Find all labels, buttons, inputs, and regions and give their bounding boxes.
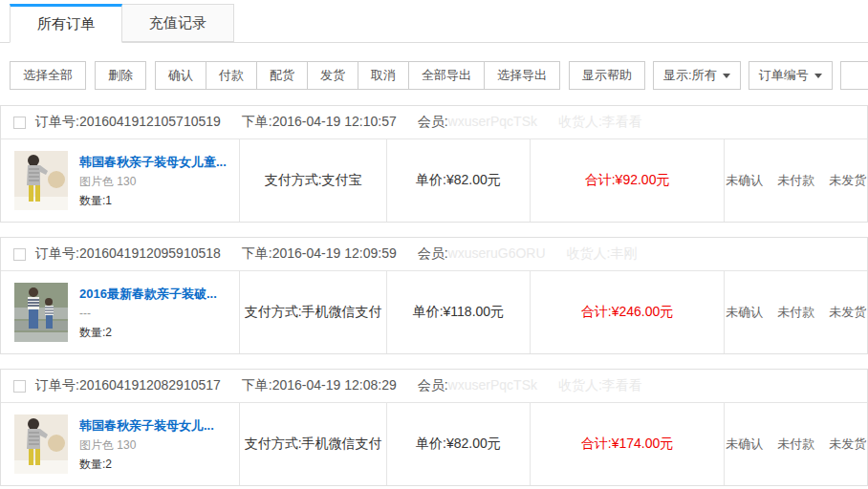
status-unconfirmed: 未确认 (726, 436, 763, 453)
status-cell: 未确认 未付款 未发货 (724, 139, 867, 222)
status-cell: 未确认 未付款 未发货 (724, 403, 867, 485)
order-management-page: 所有订单 充值记录 选择全部 删除 确认 付款 配货 发货 取消 全部导出 选择… (0, 0, 868, 489)
order-body: 韩国春秋亲子装母女儿童... 图片色 130 数量:1 支付方式:支付宝 单价:… (1, 138, 867, 222)
toolbar-right: 显示:所有 订单编号 (645, 61, 868, 90)
product-variant: --- (79, 308, 217, 319)
status-unconfirmed: 未确认 (726, 304, 763, 321)
status-unpaid: 未付款 (777, 172, 814, 189)
total-cell: 合计:¥174.00元 (530, 403, 725, 485)
product-info: 韩国春秋亲子装母女儿... 图片色 130 数量:2 (79, 419, 214, 470)
order-checkbox[interactable] (13, 380, 26, 393)
order-header: 订单号:2016041912105710519 下单:2016-04-19 12… (1, 106, 867, 138)
product-info: 2016最新春款亲子装破... --- 数量:2 (79, 287, 217, 338)
product-title-link[interactable]: 韩国春秋亲子装母女儿... (79, 419, 214, 432)
order-number: 订单号:2016041912105710519 (35, 114, 221, 131)
tab-all-orders[interactable]: 所有订单 (10, 4, 122, 43)
export-selected-button[interactable]: 选择导出 (484, 61, 560, 90)
product-info: 韩国春秋亲子装母女儿童... 图片色 130 数量:1 (79, 156, 227, 206)
product-cell: 韩国春秋亲子装母女儿童... 图片色 130 数量:1 (1, 139, 239, 222)
order-body: 2016最新春款亲子装破... --- 数量:2 支付方式:手机微信支付 单价:… (1, 270, 867, 353)
tab-all-orders-label: 所有订单 (37, 15, 95, 33)
status-cell: 未确认 未付款 未发货 (724, 271, 867, 353)
order-member: 会员:wxuserPqcTSk (418, 114, 537, 131)
product-title-link[interactable]: 2016最新春款亲子装破... (79, 287, 217, 300)
order-row: 订单号:2016041912105710519 下单:2016-04-19 12… (0, 105, 868, 223)
order-time: 下单:2016-04-19 12:09:59 (242, 245, 397, 263)
status-unshipped: 未发货 (829, 172, 866, 189)
status-unpaid: 未付款 (777, 436, 814, 453)
order-no-filter-label: 订单编号 (759, 67, 809, 84)
status-unpaid: 未付款 (777, 304, 814, 321)
order-recipient: 收货人:丰刚 (567, 245, 638, 263)
product-image[interactable] (14, 283, 68, 342)
unit-price-cell: 单价:¥82.00元 (386, 139, 529, 222)
payment-method-cell: 支付方式:手机微信支付 (239, 403, 386, 485)
order-no-filter-dropdown[interactable]: 订单编号 (749, 61, 833, 90)
pay-button[interactable]: 付款 (206, 61, 257, 90)
order-recipient: 收货人:李看看 (558, 114, 642, 131)
total-cell: 合计:¥246.00元 (530, 271, 725, 353)
order-row: 订单号:2016041912095910518 下单:2016-04-19 12… (0, 237, 868, 354)
status-unshipped: 未发货 (829, 304, 866, 321)
chevron-down-icon (723, 74, 730, 78)
product-cell: 2016最新春款亲子装破... --- 数量:2 (1, 271, 239, 353)
order-member: 会员:wxuserPqcTSk (418, 377, 537, 394)
toolbar: 选择全部 删除 确认 付款 配货 发货 取消 全部导出 选择导出 显示帮助 显示… (10, 61, 858, 90)
order-number: 订单号:2016041912095910518 (35, 245, 221, 263)
product-title-link[interactable]: 韩国春秋亲子装母女儿童... (79, 156, 227, 168)
unit-price-cell: 单价:¥82.00元 (386, 403, 529, 485)
order-member: 会员:wxuseruG6ORU (418, 245, 546, 263)
display-filter-label: 显示:所有 (663, 67, 717, 84)
delete-button[interactable]: 删除 (95, 61, 146, 90)
product-quantity: 数量:2 (79, 327, 217, 338)
chevron-down-icon (814, 74, 822, 78)
product-variant: 图片色 130 (79, 176, 227, 187)
show-help-button[interactable]: 显示帮助 (569, 61, 645, 90)
product-cell: 韩国春秋亲子装母女儿... 图片色 130 数量:2 (1, 403, 239, 485)
order-checkbox[interactable] (13, 117, 26, 129)
payment-method-cell: 支付方式:支付宝 (239, 139, 386, 222)
order-time: 下单:2016-04-19 12:10:57 (242, 114, 397, 131)
order-number: 订单号:2016041912082910517 (35, 377, 221, 394)
total-cell: 合计:¥92.00元 (530, 139, 725, 222)
cancel-button[interactable]: 取消 (358, 61, 409, 90)
order-recipient: 收货人:李看看 (558, 377, 642, 394)
export-all-button[interactable]: 全部导出 (408, 61, 485, 90)
product-quantity: 数量:1 (79, 195, 227, 206)
action-button-group: 确认 付款 配货 发货 取消 全部导出 选择导出 (155, 61, 560, 90)
order-body: 韩国春秋亲子装母女儿... 图片色 130 数量:2 支付方式:手机微信支付 单… (1, 402, 867, 485)
product-variant: 图片色 130 (79, 439, 214, 451)
order-row: 订单号:2016041912082910517 下单:2016-04-19 12… (0, 369, 868, 486)
display-filter-dropdown[interactable]: 显示:所有 (653, 61, 741, 90)
order-time: 下单:2016-04-19 12:08:29 (242, 377, 397, 394)
search-input[interactable] (840, 61, 868, 90)
order-header: 订单号:2016041912095910518 下单:2016-04-19 12… (1, 238, 867, 270)
status-unshipped: 未发货 (829, 436, 866, 453)
ship-button[interactable]: 发货 (307, 61, 358, 90)
product-quantity: 数量:2 (79, 458, 214, 470)
tab-bar: 所有订单 充值记录 (0, 0, 868, 43)
product-image[interactable] (14, 151, 68, 210)
status-unconfirmed: 未确认 (726, 172, 763, 189)
payment-method-cell: 支付方式:手机微信支付 (239, 271, 386, 353)
order-checkbox[interactable] (13, 248, 26, 261)
product-image[interactable] (14, 415, 68, 474)
confirm-button[interactable]: 确认 (155, 61, 206, 90)
allocate-button[interactable]: 配货 (256, 61, 308, 90)
select-all-button[interactable]: 选择全部 (10, 61, 86, 90)
order-header: 订单号:2016041912082910517 下单:2016-04-19 12… (1, 370, 867, 402)
tab-recharge-records[interactable]: 充值记录 (122, 4, 234, 42)
tab-recharge-records-label: 充值记录 (149, 14, 206, 32)
unit-price-cell: 单价:¥118.00元 (386, 271, 529, 353)
